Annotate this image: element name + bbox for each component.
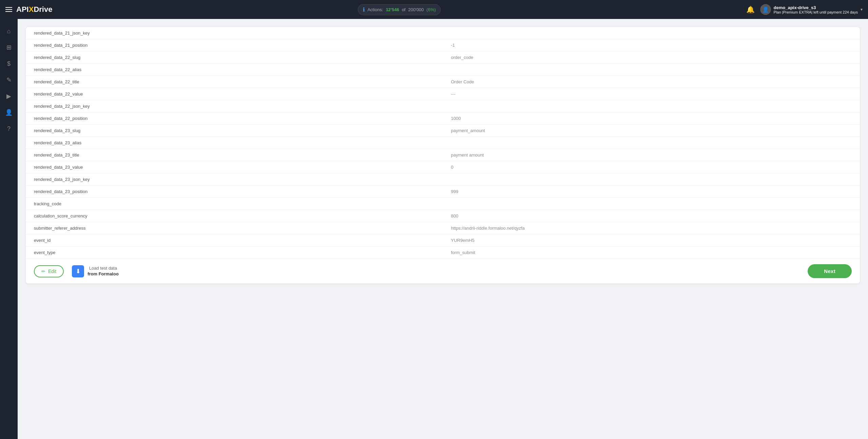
edit-icon: ✏ — [41, 269, 45, 274]
row-key: rendered_data_22_slug — [26, 51, 443, 64]
sidebar-item-home[interactable]: ⌂ — [2, 24, 16, 38]
row-value: 800 — [443, 210, 860, 222]
table-row: rendered_data_22_value--- — [26, 88, 860, 100]
edit-label: Edit — [48, 269, 56, 274]
footer-left: ✏ Edit ⬇ Load test data from Formaloo — [34, 265, 119, 277]
row-key: rendered_data_21_json_key — [26, 27, 443, 39]
row-value: https://andrii-riddle.formaloo.net/qyzfa — [443, 222, 860, 234]
sidebar: ⌂ ⊞ $ ✎ ▶ 👤 ? — [0, 19, 18, 439]
row-key: rendered_data_22_value — [26, 88, 443, 100]
table-row: rendered_data_23_titlepayment amount — [26, 149, 860, 161]
row-key: rendered_data_23_title — [26, 149, 443, 161]
edit-button[interactable]: ✏ Edit — [34, 265, 64, 277]
row-key: event_id — [26, 234, 443, 247]
sidebar-item-edit[interactable]: ✎ — [2, 73, 16, 87]
sidebar-item-user[interactable]: 👤 — [2, 106, 16, 119]
navbar-right: 🔔 👤 demo_apix-drive_s3 Plan |Premium EXT… — [746, 4, 863, 15]
card-footer: ✏ Edit ⬇ Load test data from Formaloo Ne… — [26, 258, 860, 284]
sidebar-item-billing[interactable]: $ — [2, 57, 16, 70]
next-button[interactable]: Next — [808, 264, 852, 278]
row-value — [443, 198, 860, 210]
row-key: rendered_data_23_slug — [26, 125, 443, 137]
row-value — [443, 100, 860, 112]
logo-x: X — [29, 5, 34, 14]
table-row: submitter_referer_addresshttps://andrii-… — [26, 222, 860, 234]
main-content: rendered_data_21_json_keyrendered_data_2… — [18, 19, 868, 439]
row-key: rendered_data_23_alias — [26, 137, 443, 149]
row-value: 1000 — [443, 112, 860, 125]
navbar: APIXDrive ℹ Actions: 12'546 of 200'000 (… — [0, 0, 868, 19]
row-key: calculation_score_currency — [26, 210, 443, 222]
row-value: 999 — [443, 186, 860, 198]
hamburger-menu[interactable] — [5, 7, 12, 12]
row-key: rendered_data_23_value — [26, 161, 443, 173]
row-value: --- — [443, 88, 860, 100]
row-value: 0 — [443, 161, 860, 173]
row-value: payment amount — [443, 149, 860, 161]
load-label-line1: Load test data — [87, 266, 119, 271]
sidebar-item-grid[interactable]: ⊞ — [2, 41, 16, 54]
user-name: demo_apix-drive_s3 — [774, 5, 858, 10]
row-key: rendered_data_22_json_key — [26, 100, 443, 112]
row-key: rendered_data_21_position — [26, 39, 443, 51]
load-label-line2: from Formaloo — [87, 271, 119, 277]
table-row: event_idYUR9emH5 — [26, 234, 860, 247]
row-key: event_type — [26, 247, 443, 259]
row-value: YUR9emH5 — [443, 234, 860, 247]
table-row: rendered_data_21_json_key — [26, 27, 860, 39]
actions-of: of — [402, 7, 406, 12]
navbar-left: APIXDrive — [5, 5, 52, 14]
load-text: Load test data from Formaloo — [87, 266, 119, 277]
row-value: order_code — [443, 51, 860, 64]
table-row: rendered_data_21_position-1 — [26, 39, 860, 51]
table-row: rendered_data_23_slugpayment_amount — [26, 125, 860, 137]
row-value — [443, 173, 860, 186]
chevron-down-icon: ▾ — [861, 7, 863, 12]
row-value: form_submit — [443, 247, 860, 259]
table-row: rendered_data_23_alias — [26, 137, 860, 149]
table-row: rendered_data_23_value0 — [26, 161, 860, 173]
table-row: rendered_data_22_alias — [26, 64, 860, 76]
navbar-center: ℹ Actions: 12'546 of 200'000 (6%) — [358, 4, 441, 15]
table-row: rendered_data_23_json_key — [26, 173, 860, 186]
row-value: -1 — [443, 39, 860, 51]
table-row: calculation_score_currency800 — [26, 210, 860, 222]
user-plan: Plan |Premium EXTRA| left until payment … — [774, 10, 858, 14]
content-card: rendered_data_21_json_keyrendered_data_2… — [26, 27, 860, 284]
row-value — [443, 137, 860, 149]
table-row: rendered_data_22_json_key — [26, 100, 860, 112]
row-value — [443, 64, 860, 76]
user-menu[interactable]: 👤 demo_apix-drive_s3 Plan |Premium EXTRA… — [760, 4, 863, 15]
actions-badge: ℹ Actions: 12'546 of 200'000 (6%) — [358, 4, 441, 15]
logo-api: API — [16, 5, 29, 14]
logo-drive: Drive — [34, 5, 52, 14]
user-avatar: 👤 — [760, 4, 771, 15]
info-icon: ℹ — [363, 6, 365, 13]
sidebar-item-help[interactable]: ? — [2, 122, 16, 135]
load-icon: ⬇ — [72, 265, 84, 277]
row-key: rendered_data_22_title — [26, 76, 443, 88]
data-table: rendered_data_21_json_keyrendered_data_2… — [26, 27, 860, 258]
logo: APIXDrive — [16, 5, 52, 14]
row-key: rendered_data_22_position — [26, 112, 443, 125]
actions-count: 12'546 — [386, 7, 399, 12]
row-key: submitter_referer_address — [26, 222, 443, 234]
table-row: rendered_data_22_position1000 — [26, 112, 860, 125]
bell-icon[interactable]: 🔔 — [746, 5, 755, 14]
actions-total: 200'000 — [408, 7, 424, 12]
actions-label: Actions: — [368, 7, 383, 12]
row-value: Order Code — [443, 76, 860, 88]
sidebar-item-play[interactable]: ▶ — [2, 89, 16, 103]
table-row: rendered_data_22_titleOrder Code — [26, 76, 860, 88]
table-row: event_typeform_submit — [26, 247, 860, 259]
row-key: tracking_code — [26, 198, 443, 210]
table-row: tracking_code — [26, 198, 860, 210]
row-key: rendered_data_23_position — [26, 186, 443, 198]
table-row: rendered_data_23_position999 — [26, 186, 860, 198]
row-key: rendered_data_22_alias — [26, 64, 443, 76]
row-value — [443, 27, 860, 39]
load-test-data-button[interactable]: ⬇ Load test data from Formaloo — [72, 265, 119, 277]
row-key: rendered_data_23_json_key — [26, 173, 443, 186]
actions-pct: (6%) — [427, 7, 436, 12]
user-details: demo_apix-drive_s3 Plan |Premium EXTRA| … — [774, 5, 858, 14]
